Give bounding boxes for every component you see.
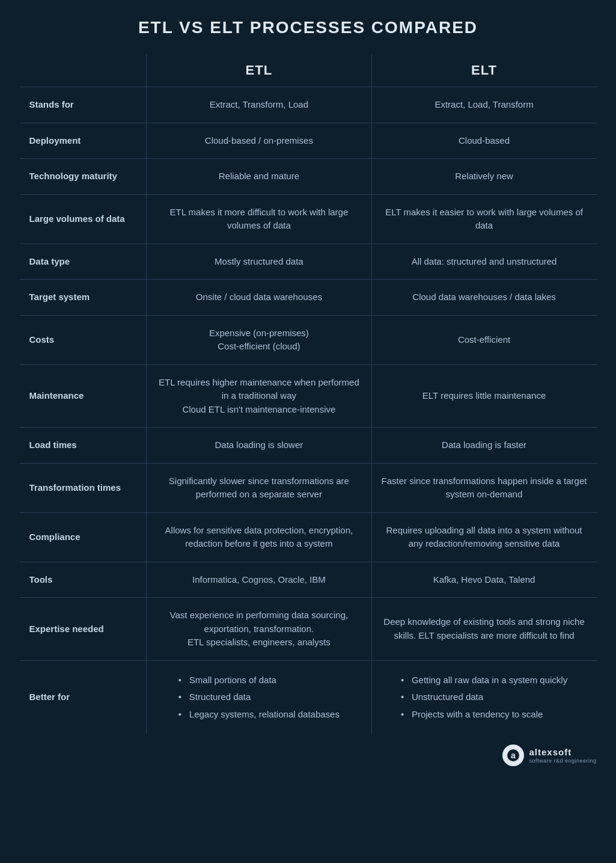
row-elt-cell: Cloud-based bbox=[371, 123, 596, 159]
table-row: Technology maturityReliable and matureRe… bbox=[20, 159, 597, 195]
row-elt-cell: Cost-efficient bbox=[371, 315, 596, 364]
table-row: DeploymentCloud-based / on-premisesCloud… bbox=[20, 123, 597, 159]
row-elt-cell: ELT requires little maintenance bbox=[371, 364, 596, 428]
bullet-item: Small portions of data bbox=[178, 672, 340, 689]
row-etl-cell: Onsite / cloud data warehouses bbox=[147, 280, 371, 316]
row-elt-cell: Kafka, Hevo Data, Talend bbox=[371, 562, 596, 598]
table-row: Large volumes of dataETL makes it more d… bbox=[20, 194, 597, 244]
row-etl-cell: Significantly slower since transformatio… bbox=[147, 463, 371, 512]
table-row: Load timesData loading is slowerData loa… bbox=[20, 428, 597, 464]
row-label: Stands for bbox=[20, 87, 147, 123]
row-elt-cell: Requires uploading all data into a syste… bbox=[371, 512, 596, 562]
row-label: Expertise needed bbox=[20, 598, 147, 661]
row-etl-cell: Reliable and mature bbox=[147, 159, 371, 195]
row-label: Tools bbox=[20, 562, 147, 598]
header-elt-col: ELT bbox=[371, 54, 596, 87]
row-etl-cell: ETL makes it more difficult to work with… bbox=[147, 194, 371, 244]
row-label: Maintenance bbox=[20, 364, 147, 428]
row-label: Large volumes of data bbox=[20, 194, 147, 244]
row-label: Target system bbox=[20, 280, 147, 316]
row-label: Better for bbox=[20, 660, 147, 734]
row-etl-cell: Cloud-based / on-premises bbox=[147, 123, 371, 159]
row-etl-cell: Data loading is slower bbox=[147, 428, 371, 464]
bullet-item: Getting all raw data in a system quickly bbox=[401, 672, 567, 689]
table-row: ToolsInformatica, Cognos, Oracle, IBMKaf… bbox=[20, 562, 597, 598]
row-elt-cell: Faster since transformations happen insi… bbox=[371, 463, 596, 512]
page-title: ETL VS ELT PROCESSES COMPARED bbox=[20, 18, 597, 37]
bullet-item: Legacy systems, relational databases bbox=[178, 706, 340, 723]
row-elt-cell: All data: structured and unstructured bbox=[371, 244, 596, 280]
table-row: MaintenanceETL requires higher maintenan… bbox=[20, 364, 597, 428]
row-elt-cell: Deep knowledge of existing tools and str… bbox=[371, 598, 596, 661]
row-etl-cell: Small portions of dataStructured dataLeg… bbox=[147, 660, 371, 734]
header-etl-col: ETL bbox=[147, 54, 371, 87]
row-label: Deployment bbox=[20, 123, 147, 159]
table-row: Stands forExtract, Transform, LoadExtrac… bbox=[20, 87, 597, 123]
row-etl-cell: Allows for sensitive data protection, en… bbox=[147, 512, 371, 562]
row-label: Compliance bbox=[20, 512, 147, 562]
row-elt-cell: Relatively new bbox=[371, 159, 596, 195]
row-etl-cell: Vast experience in performing data sourc… bbox=[147, 598, 371, 661]
main-container: ETL VS ELT PROCESSES COMPARED ETL ELT St… bbox=[20, 18, 597, 766]
svg-text:a: a bbox=[511, 751, 516, 760]
table-row: Expertise neededVast experience in perfo… bbox=[20, 598, 597, 661]
row-elt-cell: Data loading is faster bbox=[371, 428, 596, 464]
brand-name: altexsoft bbox=[529, 747, 596, 758]
bullet-item: Structured data bbox=[178, 689, 340, 706]
bullet-item: Projects with a tendency to scale bbox=[401, 706, 567, 723]
table-row: Target systemOnsite / cloud data warehou… bbox=[20, 280, 597, 316]
row-label: Transformation times bbox=[20, 463, 147, 512]
comparison-table: ETL ELT Stands forExtract, Transform, Lo… bbox=[20, 54, 597, 734]
table-row: CostsExpensive (on-premises)Cost-efficie… bbox=[20, 315, 597, 364]
row-elt-cell: Cloud data warehouses / data lakes bbox=[371, 280, 596, 316]
table-row: ComplianceAllows for sensitive data prot… bbox=[20, 512, 597, 562]
row-etl-cell: Extract, Transform, Load bbox=[147, 87, 371, 123]
table-header-row: ETL ELT bbox=[20, 54, 597, 87]
row-label: Costs bbox=[20, 315, 147, 364]
row-elt-cell: ELT makes it easier to work with large v… bbox=[371, 194, 596, 244]
bullet-item: Unstructured data bbox=[401, 689, 567, 706]
row-label: Load times bbox=[20, 428, 147, 464]
logo-text: altexsoft software r&d engineering bbox=[529, 747, 596, 764]
brand-sub: software r&d engineering bbox=[529, 758, 596, 764]
logo-icon: a bbox=[502, 745, 524, 766]
row-etl-cell: Expensive (on-premises)Cost-efficient (c… bbox=[147, 315, 371, 364]
row-etl-cell: ETL requires higher maintenance when per… bbox=[147, 364, 371, 428]
altexsoft-logo-svg: a bbox=[507, 749, 520, 762]
row-label: Data type bbox=[20, 244, 147, 280]
table-row: Transformation timesSignificantly slower… bbox=[20, 463, 597, 512]
table-row: Data typeMostly structured dataAll data:… bbox=[20, 244, 597, 280]
row-etl-cell: Mostly structured data bbox=[147, 244, 371, 280]
row-elt-cell: Getting all raw data in a system quickly… bbox=[371, 660, 596, 734]
header-label-col bbox=[20, 54, 147, 87]
table-row: Better forSmall portions of dataStructur… bbox=[20, 660, 597, 734]
row-elt-cell: Extract, Load, Transform bbox=[371, 87, 596, 123]
row-label: Technology maturity bbox=[20, 159, 147, 195]
row-etl-cell: Informatica, Cognos, Oracle, IBM bbox=[147, 562, 371, 598]
footer: a altexsoft software r&d engineering bbox=[20, 745, 597, 766]
